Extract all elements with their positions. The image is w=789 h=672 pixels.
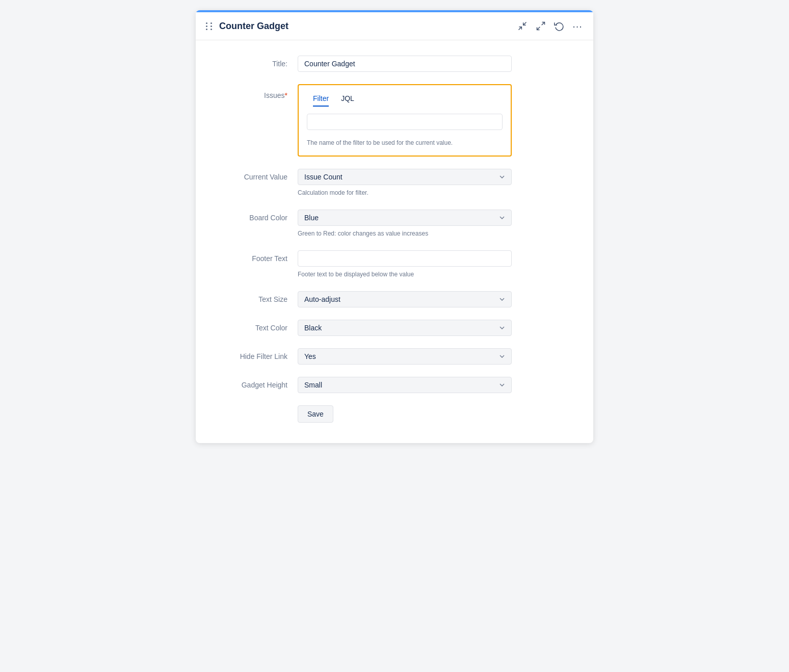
board-color-wrap: Blue Green Red Orange Gray Green to Red:… (298, 210, 512, 238)
save-row: Save (298, 405, 573, 423)
collapse-icon[interactable] (517, 20, 528, 32)
more-options-icon[interactable]: ··· (572, 20, 583, 32)
issues-tabs: Filter JQL (307, 92, 503, 107)
text-size-label: Text Size (216, 291, 298, 303)
text-color-label: Text Color (216, 320, 298, 332)
title-row: Title: (216, 56, 573, 72)
svg-line-0 (519, 27, 522, 30)
svg-line-1 (523, 22, 527, 25)
gadget-height-row: Gadget Height Small Medium Large (216, 377, 573, 393)
title-wrap (298, 56, 512, 72)
gadget-card: Counter Gadget (196, 10, 593, 443)
title-input[interactable] (298, 56, 512, 72)
drag-icon[interactable] (206, 22, 213, 30)
header-actions: ··· (517, 20, 583, 32)
tab-filter[interactable]: Filter (307, 92, 335, 107)
current-value-row: Current Value Issue Count Story Points E… (216, 169, 573, 197)
board-color-help: Green to Red: color changes as value inc… (298, 229, 512, 238)
text-color-row: Text Color Black White Blue Red (216, 320, 573, 336)
page-title: Counter Gadget (219, 21, 288, 32)
hide-filter-row: Hide Filter Link Yes No (216, 348, 573, 365)
footer-text-row: Footer Text Footer text to be displayed … (216, 250, 573, 279)
footer-text-help: Footer text to be displayed below the va… (298, 270, 512, 279)
gadget-header: Counter Gadget (196, 12, 593, 40)
svg-line-2 (542, 22, 545, 25)
hide-filter-wrap: Yes No (298, 348, 512, 365)
footer-text-input[interactable] (298, 250, 512, 267)
filter-help: The name of the filter to be used for th… (307, 138, 503, 147)
save-button[interactable]: Save (298, 405, 333, 423)
title-label: Title: (216, 56, 298, 68)
text-size-row: Text Size Auto-adjust Small Medium Large (216, 291, 573, 307)
hide-filter-select[interactable]: Yes No (298, 348, 512, 365)
filter-input[interactable] (307, 114, 503, 130)
header-left: Counter Gadget (206, 21, 288, 32)
text-size-wrap: Auto-adjust Small Medium Large (298, 291, 512, 307)
footer-text-label: Footer Text (216, 250, 298, 263)
footer-text-wrap: Footer text to be displayed below the va… (298, 250, 512, 279)
gadget-height-select[interactable]: Small Medium Large (298, 377, 512, 393)
hide-filter-label: Hide Filter Link (216, 348, 298, 360)
text-size-select[interactable]: Auto-adjust Small Medium Large (298, 291, 512, 307)
board-color-row: Board Color Blue Green Red Orange Gray G… (216, 210, 573, 238)
text-color-select[interactable]: Black White Blue Red (298, 320, 512, 336)
expand-icon[interactable] (535, 20, 546, 32)
svg-line-3 (537, 27, 540, 30)
current-value-wrap: Issue Count Story Points Estimate Calcul… (298, 169, 512, 197)
gadget-height-wrap: Small Medium Large (298, 377, 512, 393)
issues-row: Issues* Filter JQL The name of the filte… (216, 84, 573, 157)
tab-jql[interactable]: JQL (335, 92, 360, 107)
issues-label: Issues* (216, 84, 298, 99)
board-color-select[interactable]: Blue Green Red Orange Gray (298, 210, 512, 226)
gadget-height-label: Gadget Height (216, 377, 298, 389)
issues-section: Filter JQL The name of the filter to be … (298, 84, 512, 157)
current-value-label: Current Value (216, 169, 298, 181)
current-value-help: Calculation mode for filter. (298, 188, 512, 197)
text-color-wrap: Black White Blue Red (298, 320, 512, 336)
form-content: Title: Issues* Filter JQL The name of th… (196, 40, 593, 443)
board-color-label: Board Color (216, 210, 298, 222)
current-value-select[interactable]: Issue Count Story Points Estimate (298, 169, 512, 185)
refresh-icon[interactable] (554, 20, 565, 32)
